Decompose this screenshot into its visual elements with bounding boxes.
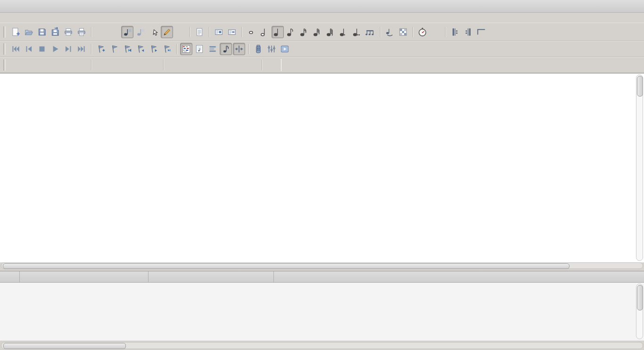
menu-item-ayuda[interactable]: [107, 16, 117, 19]
menu-item-pista[interactable]: [44, 16, 55, 19]
duration-half-button[interactable]: [258, 26, 271, 38]
slide-button[interactable]: [134, 59, 147, 71]
tremolo-picking-button[interactable]: [180, 59, 192, 71]
toolbar-handle[interactable]: [3, 59, 6, 71]
tracks-vertical-scrollbar[interactable]: [636, 284, 643, 339]
duration-eighth-button[interactable]: [285, 26, 297, 38]
menu-item-archivo[interactable]: [3, 16, 13, 19]
marker-list-button[interactable]: [108, 43, 120, 55]
duration-dotted-button[interactable]: [338, 26, 350, 38]
popping-button[interactable]: [246, 59, 258, 71]
dead-note-button[interactable]: [9, 59, 22, 71]
chord-grid-button[interactable]: [397, 26, 409, 38]
fade-in-button[interactable]: [265, 59, 278, 71]
menu-item-pulso[interactable]: [65, 16, 75, 19]
grace-note-button[interactable]: [75, 59, 88, 71]
fretboard-button[interactable]: [252, 43, 264, 55]
tracks-horizontal-scrollbar-thumb[interactable]: [3, 343, 126, 349]
menu-item-ver[interactable]: [24, 16, 34, 19]
compact-view-button[interactable]: [233, 43, 245, 55]
time-signature-button[interactable]: [429, 26, 442, 38]
next-measure-button[interactable]: [62, 43, 74, 55]
menu-item-edicion[interactable]: [13, 16, 24, 19]
ghost-note-button[interactable]: [23, 59, 35, 71]
last-measure-button[interactable]: [75, 43, 88, 55]
accentuated-button[interactable]: [36, 59, 48, 71]
repeat-open-button[interactable]: [449, 26, 461, 38]
score-horizontal-scrollbar[interactable]: [1, 262, 643, 269]
score-view-button[interactable]: [193, 43, 206, 55]
division-type-button[interactable]: [364, 26, 377, 38]
tracks-vertical-scrollbar-thumb[interactable]: [637, 285, 643, 310]
add-marker-button[interactable]: [95, 43, 107, 55]
menu-item-compas[interactable]: [55, 16, 65, 19]
repeat-close-button[interactable]: [462, 26, 474, 38]
first-marker-button[interactable]: [121, 43, 133, 55]
header-number[interactable]: [0, 271, 20, 282]
save-button[interactable]: [36, 26, 48, 38]
first-measure-button[interactable]: [9, 43, 22, 55]
duration-sixty-fourth-button[interactable]: [324, 26, 337, 38]
add-measure-button[interactable]: [213, 26, 225, 38]
slapping-button[interactable]: [233, 59, 245, 71]
save-as-button[interactable]: [49, 26, 61, 38]
table-view-button[interactable]: [206, 43, 219, 55]
previous-measure-button[interactable]: [23, 43, 35, 55]
toolbar-handle[interactable]: [3, 26, 6, 38]
vibrato-button[interactable]: [95, 59, 107, 71]
score-vertical-scrollbar-thumb[interactable]: [637, 76, 643, 97]
mixer-icon: [266, 44, 277, 54]
previous-marker-button[interactable]: [134, 43, 147, 55]
menu-item-herramientas[interactable]: [96, 16, 107, 19]
tied-note-button[interactable]: [384, 26, 396, 38]
palm-mute-button[interactable]: [193, 59, 206, 71]
bend-button[interactable]: [108, 59, 120, 71]
heavy-accentuated-button[interactable]: [49, 59, 61, 71]
repeat-alternative-button[interactable]: [475, 26, 487, 38]
duration-thirty-second-button[interactable]: [311, 26, 323, 38]
tempo-button[interactable]: [416, 26, 429, 38]
last-marker-button[interactable]: [161, 43, 173, 55]
semitone-button[interactable]: [174, 26, 186, 38]
duration-double-dotted-button[interactable]: [351, 26, 363, 38]
remove-measure-button[interactable]: [226, 26, 238, 38]
play-button[interactable]: [49, 43, 61, 55]
properties-button[interactable]: [193, 26, 206, 38]
menu-item-marca[interactable]: [75, 16, 86, 19]
toolbar-handle[interactable]: [3, 43, 6, 55]
mixer-button[interactable]: [265, 43, 278, 55]
open-file-button[interactable]: [23, 26, 35, 38]
score-horizontal-scrollbar-thumb[interactable]: [3, 263, 570, 269]
tremolo-bar-button[interactable]: [121, 59, 133, 71]
duration-quarter-button[interactable]: [272, 26, 284, 38]
duration-whole-button[interactable]: [245, 26, 257, 38]
header-name[interactable]: [20, 271, 149, 282]
menu-item-composicion[interactable]: [34, 16, 44, 19]
mouse-edit-button[interactable]: [148, 26, 160, 38]
hammer-on-button[interactable]: [148, 59, 160, 71]
print-preview-button[interactable]: [75, 26, 88, 38]
voice-1-button[interactable]: [121, 26, 133, 38]
print-button[interactable]: [62, 26, 74, 38]
duration-sixteenth-button[interactable]: [298, 26, 310, 38]
voice-2-button[interactable]: [134, 26, 147, 38]
pencil-edit-button[interactable]: [161, 26, 173, 38]
trill-button[interactable]: [167, 59, 179, 71]
header-instrument[interactable]: [149, 271, 274, 282]
player-button[interactable]: [279, 43, 291, 55]
stop-button[interactable]: [36, 43, 48, 55]
note-view-button[interactable]: [220, 43, 232, 55]
natural-harmonic-button[interactable]: [62, 59, 74, 71]
matrix-editor-button[interactable]: [180, 43, 192, 55]
score-vertical-scrollbar[interactable]: [636, 74, 643, 261]
undo-button[interactable]: [95, 26, 107, 38]
redo-button[interactable]: [108, 26, 120, 38]
tracks-horizontal-scrollbar[interactable]: [1, 342, 643, 349]
tapping-button[interactable]: [220, 59, 232, 71]
new-file-button[interactable]: [9, 26, 22, 38]
menu-item-reproductor[interactable]: [86, 16, 96, 19]
score-editor[interactable]: [0, 73, 644, 262]
score-canvas[interactable]: [0, 73, 633, 262]
staccato-button[interactable]: [206, 59, 219, 71]
next-marker-button[interactable]: [148, 43, 160, 55]
